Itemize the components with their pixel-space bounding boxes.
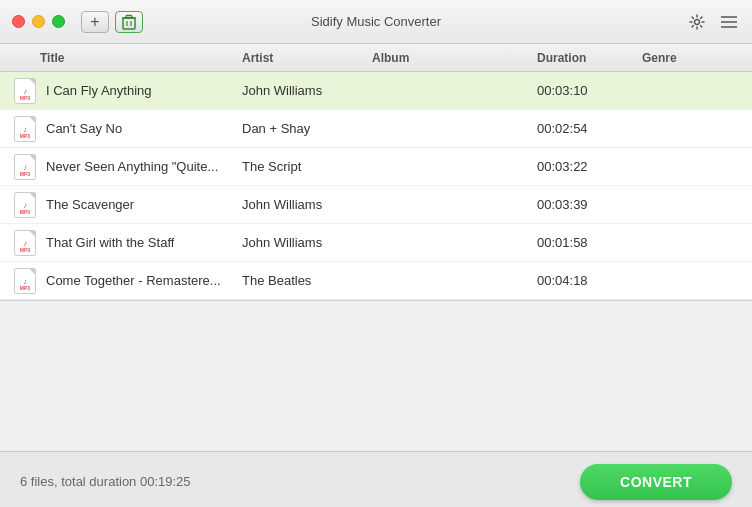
header-title: Title: [8, 51, 238, 65]
mp3-label: MP3: [20, 210, 30, 215]
table-row[interactable]: ♪ MP3 The Scavenger John Williams 00:03:…: [0, 186, 752, 224]
cell-duration: 00:01:58: [533, 235, 638, 250]
cell-duration: 00:04:18: [533, 273, 638, 288]
cell-title: ♪ MP3 I Can Fly Anything: [8, 78, 238, 104]
cell-artist: The Beatles: [238, 273, 368, 288]
file-icon-wrapper: ♪ MP3: [12, 78, 38, 104]
mp3-label: MP3: [20, 172, 30, 177]
plus-icon: +: [90, 13, 99, 31]
mp3-file-icon: ♪ MP3: [14, 192, 36, 218]
mp3-label: MP3: [20, 134, 30, 139]
table-row[interactable]: ♪ MP3 That Girl with the Staff John Will…: [0, 224, 752, 262]
mp3-file-icon: ♪ MP3: [14, 154, 36, 180]
header-genre: Genre: [638, 51, 744, 65]
empty-area: [0, 301, 752, 451]
cell-duration: 00:03:10: [533, 83, 638, 98]
mp3-label: MP3: [20, 248, 30, 253]
song-title: Come Together - Remastere...: [46, 273, 221, 288]
table-row[interactable]: ♪ MP3 Can't Say No Dan + Shay 00:02:54: [0, 110, 752, 148]
mp3-file-icon: ♪ MP3: [14, 116, 36, 142]
cell-duration: 00:03:39: [533, 197, 638, 212]
song-title: Can't Say No: [46, 121, 122, 136]
menu-button[interactable]: [718, 11, 740, 33]
song-title: Never Seen Anything "Quite...: [46, 159, 218, 174]
header-artist: Artist: [238, 51, 368, 65]
maximize-button[interactable]: [52, 15, 65, 28]
file-icon-wrapper: ♪ MP3: [12, 268, 38, 294]
cell-artist: The Script: [238, 159, 368, 174]
toolbar-actions: +: [81, 11, 143, 33]
status-bar: 6 files, total duration 00:19:25 CONVERT: [0, 451, 752, 507]
svg-rect-0: [123, 18, 135, 29]
file-icon-wrapper: ♪ MP3: [12, 116, 38, 142]
table-body: ♪ MP3 I Can Fly Anything John Williams 0…: [0, 72, 752, 300]
cell-title: ♪ MP3 Come Together - Remastere...: [8, 268, 238, 294]
table-header: Title Artist Album Duration Genre: [0, 44, 752, 72]
delete-button[interactable]: [115, 11, 143, 33]
cell-title: ♪ MP3 Never Seen Anything "Quite...: [8, 154, 238, 180]
trash-icon: [122, 14, 136, 30]
cell-title: ♪ MP3 Can't Say No: [8, 116, 238, 142]
hamburger-icon: [721, 16, 737, 28]
cell-duration: 00:02:54: [533, 121, 638, 136]
file-icon-wrapper: ♪ MP3: [12, 230, 38, 256]
mp3-file-icon: ♪ MP3: [14, 78, 36, 104]
file-count-label: 6 files, total duration 00:19:25: [20, 474, 191, 489]
traffic-lights: [12, 15, 65, 28]
cell-artist: John Williams: [238, 235, 368, 250]
cell-artist: Dan + Shay: [238, 121, 368, 136]
mp3-file-icon: ♪ MP3: [14, 268, 36, 294]
convert-button[interactable]: CONVERT: [580, 464, 732, 500]
add-button[interactable]: +: [81, 11, 109, 33]
table-container: Title Artist Album Duration Genre ♪ MP3 …: [0, 44, 752, 301]
close-button[interactable]: [12, 15, 25, 28]
settings-button[interactable]: [686, 11, 708, 33]
minimize-button[interactable]: [32, 15, 45, 28]
gear-icon: [689, 14, 705, 30]
table-row[interactable]: ♪ MP3 Come Together - Remastere... The B…: [0, 262, 752, 300]
table-row[interactable]: ♪ MP3 I Can Fly Anything John Williams 0…: [0, 72, 752, 110]
table-row[interactable]: ♪ MP3 Never Seen Anything "Quite... The …: [0, 148, 752, 186]
song-title: I Can Fly Anything: [46, 83, 152, 98]
cell-title: ♪ MP3 The Scavenger: [8, 192, 238, 218]
cell-artist: John Williams: [238, 83, 368, 98]
svg-point-5: [695, 19, 700, 24]
header-album: Album: [368, 51, 533, 65]
window-title: Sidify Music Converter: [311, 14, 441, 29]
cell-title: ♪ MP3 That Girl with the Staff: [8, 230, 238, 256]
song-title: The Scavenger: [46, 197, 134, 212]
mp3-label: MP3: [20, 286, 30, 291]
file-icon-wrapper: ♪ MP3: [12, 154, 38, 180]
cell-duration: 00:03:22: [533, 159, 638, 174]
title-bar-right: [686, 11, 740, 33]
header-duration: Duration: [533, 51, 638, 65]
mp3-file-icon: ♪ MP3: [14, 230, 36, 256]
cell-artist: John Williams: [238, 197, 368, 212]
title-bar: + Sidify Music Converter: [0, 0, 752, 44]
mp3-label: MP3: [20, 96, 30, 101]
song-title: That Girl with the Staff: [46, 235, 174, 250]
file-icon-wrapper: ♪ MP3: [12, 192, 38, 218]
